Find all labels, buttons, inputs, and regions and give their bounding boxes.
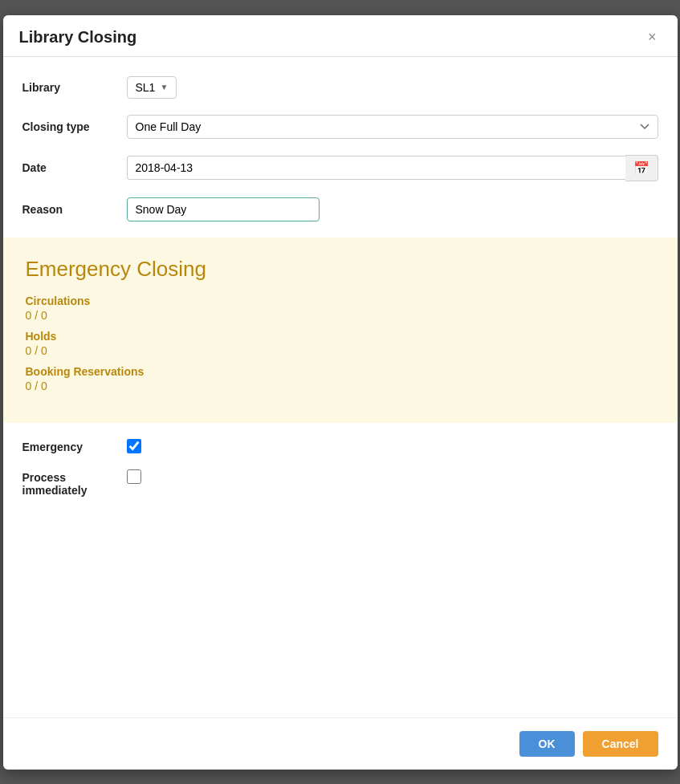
reason-row: Reason <box>22 197 658 221</box>
dialog-title: Library Closing <box>19 28 137 47</box>
booking-label: Booking Reservations <box>26 365 655 378</box>
date-row: Date 📅 <box>22 155 658 181</box>
process-immediately-checkbox[interactable] <box>127 469 141 484</box>
library-dropdown[interactable]: SL1 ▼ <box>127 76 177 99</box>
library-closing-dialog: Library Closing × Library SL1 ▼ Closing … <box>3 15 678 770</box>
closing-type-select[interactable]: One Full Day Multiple Days Holiday <box>127 115 658 139</box>
reason-input[interactable] <box>127 197 320 221</box>
reason-label: Reason <box>22 203 127 216</box>
dialog-body: Library SL1 ▼ Closing type One Full Day … <box>3 57 678 717</box>
date-input-group: 📅 <box>127 155 658 181</box>
closing-type-row: Closing type One Full Day Multiple Days … <box>22 115 658 139</box>
date-control: 📅 <box>127 155 658 181</box>
close-button[interactable]: × <box>643 28 662 46</box>
cancel-button[interactable]: Cancel <box>583 731 658 757</box>
circulations-label: Circulations <box>26 295 655 307</box>
date-input[interactable] <box>127 156 625 180</box>
process-checkbox-label: Process immediately <box>22 469 127 497</box>
calendar-icon-button[interactable]: 📅 <box>625 155 658 181</box>
emergency-checkbox-label: Emergency <box>22 439 127 453</box>
emergency-closing-title: Emergency Closing <box>26 257 655 282</box>
emergency-checkbox[interactable] <box>127 439 141 453</box>
emergency-section: Emergency Closing Circulations 0 / 0 Hol… <box>3 238 678 423</box>
dialog-footer: OK Cancel <box>3 717 678 770</box>
library-label: Library <box>22 81 127 94</box>
calendar-icon: 📅 <box>633 161 649 175</box>
closing-type-control: One Full Day Multiple Days Holiday <box>127 115 658 139</box>
checkboxes-section: Emergency Process immediately <box>22 423 658 513</box>
chevron-down-icon: ▼ <box>160 83 168 91</box>
holds-value: 0 / 0 <box>26 344 655 357</box>
date-label: Date <box>22 161 127 174</box>
closing-type-label: Closing type <box>22 120 127 133</box>
emergency-checkbox-row: Emergency <box>22 439 658 453</box>
process-checkbox-row: Process immediately <box>22 469 658 497</box>
ok-button[interactable]: OK <box>519 731 575 757</box>
booking-value: 0 / 0 <box>26 380 655 392</box>
library-value: SL1 <box>136 81 156 94</box>
reason-control <box>127 197 658 221</box>
library-control: SL1 ▼ <box>127 76 658 99</box>
library-row: Library SL1 ▼ <box>22 76 658 99</box>
holds-label: Holds <box>26 330 655 343</box>
dialog-header: Library Closing × <box>3 15 678 57</box>
circulations-value: 0 / 0 <box>26 309 655 322</box>
